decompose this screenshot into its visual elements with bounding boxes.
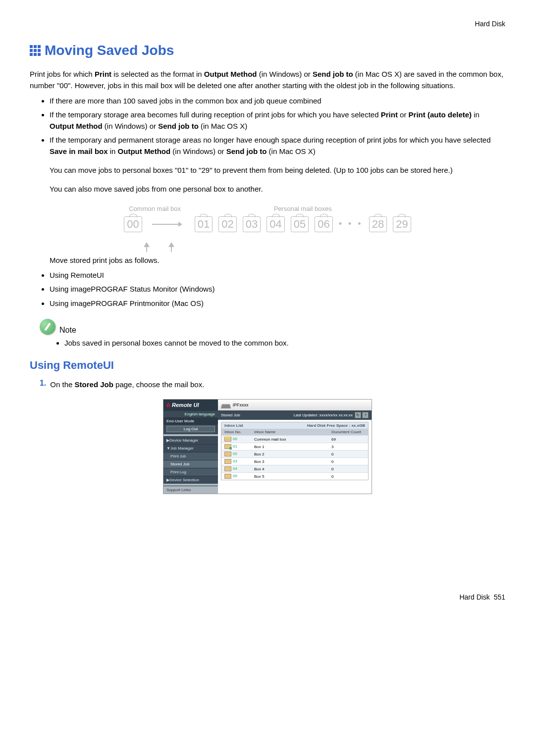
method-3: Using imagePROGRAF Printmonitor (Mac OS) [50, 298, 505, 309]
inbox-number: 00 [233, 437, 237, 441]
inbox-number: 04 [233, 466, 237, 471]
move-intro: Move stored print jobs as follows. [50, 254, 505, 266]
page-title: Moving Saved Jobs [30, 43, 505, 58]
mode-label: End-User Mode [163, 417, 218, 425]
conditions-list: If there are more than 100 saved jobs in… [50, 96, 505, 157]
language-link[interactable]: English language [163, 411, 218, 417]
method-2: Using imagePROGRAF Status Monitor (Windo… [50, 284, 505, 295]
box-00: 00 [124, 216, 142, 232]
condition-3: If the temporary and permanent storage a… [50, 135, 505, 157]
refresh-icon[interactable]: ↻ [355, 412, 361, 418]
box-29: 29 [393, 216, 411, 232]
note-icon [40, 319, 55, 335]
printer-icon [221, 402, 231, 408]
remoteui-main: iPFxxxx Stored Job Last Updated :xxxx/xx… [218, 400, 372, 494]
common-box-label: Common mail box [129, 205, 181, 212]
doc-count: 0 [328, 466, 368, 472]
header-category: Hard Disk [30, 20, 505, 28]
remoteui-logo: ᕕ Remote UI [163, 400, 218, 411]
note-label: Note [59, 326, 76, 335]
inbox-number: 03 [233, 459, 237, 463]
methods-list: Using RemoteUI Using imagePROGRAF Status… [50, 270, 505, 309]
ellipsis: • • • [339, 219, 363, 229]
box-02: 02 [218, 216, 236, 232]
arrow-right-icon [152, 224, 182, 225]
logout-button[interactable]: Log Out [166, 426, 215, 432]
box-01: 01 [195, 216, 213, 232]
box-06: 06 [315, 216, 332, 232]
intro-paragraph: Print jobs for which Print is selected a… [30, 68, 505, 92]
subsection-title: Using RemoteUI [30, 359, 505, 372]
inbox-number: 05 [233, 474, 237, 478]
help-icon[interactable]: ? [362, 412, 369, 418]
box-lock-icon [224, 444, 231, 449]
inbox-name: Box 2 [251, 451, 328, 457]
box-05: 05 [291, 216, 309, 232]
col-inbox-no: Inbox No. [221, 429, 251, 435]
step-1: 1. On the Stored Job page, choose the ma… [40, 379, 505, 394]
box-open-icon [224, 437, 231, 442]
box-icon [224, 452, 231, 456]
nav-stored-job[interactable]: Stored Job [163, 460, 218, 468]
after-text-1: You can move jobs to personal boxes "01"… [50, 164, 505, 176]
method-1: Using RemoteUI [50, 270, 505, 281]
nav-print-log[interactable]: Print Log [163, 468, 218, 476]
page-title-text: Moving Saved Jobs [45, 43, 174, 58]
panel-title: Inbox List [224, 423, 243, 428]
table-row[interactable]: 02Box 20 [221, 450, 368, 457]
bar-updated: Last Updated :xxxx/xx/xx xx:xx:xx [294, 413, 353, 417]
note-text: Jobs saved in personal boxes cannot be m… [64, 338, 505, 349]
box-03: 03 [243, 216, 261, 232]
panel-freespace: Hard Disk Free Space : xx.xGB [307, 423, 365, 428]
grid-icon [30, 45, 41, 56]
inbox-number: 02 [233, 452, 237, 456]
nav-job-manager[interactable]: ▼Job Manager [163, 444, 218, 452]
remoteui-sidebar: ᕕ Remote UI English language End-User Mo… [163, 400, 218, 494]
nav-device-selection[interactable]: ▶Device Selection [163, 476, 218, 484]
inbox-name: Common mail box [251, 436, 328, 443]
col-inbox-name: Inbox Name [251, 429, 328, 435]
col-doc-count: Document Count [328, 429, 368, 435]
box-icon [224, 459, 231, 464]
inbox-name: Box 4 [251, 466, 328, 472]
inbox-name: Box 1 [251, 444, 328, 450]
arrow-up-icon [144, 242, 150, 247]
doc-count: 3 [328, 444, 368, 450]
table-row[interactable]: 01Box 13 [221, 443, 368, 450]
page-footer: Hard Disk 551 [30, 593, 505, 601]
nav-support-links[interactable]: Support Links [163, 486, 218, 494]
box-04: 04 [267, 216, 284, 232]
nav-device-manager[interactable]: ▶Device Manager [163, 436, 218, 444]
table-header: Inbox No. Inbox Name Document Count [221, 429, 368, 435]
mailbox-diagram: Common mail box 00 Personal mail boxes 0… [30, 205, 505, 247]
doc-count: 69 [328, 436, 368, 443]
table-row[interactable]: 00Common mail box69 [221, 435, 368, 443]
nav-print-job[interactable]: Print Job [163, 452, 218, 460]
table-row[interactable]: 04Box 40 [221, 465, 368, 472]
box-28: 28 [369, 216, 387, 232]
arrow-up-icon [168, 242, 174, 247]
inbox-number: 01 [233, 444, 237, 449]
step-number: 1. [40, 379, 46, 394]
doc-count: 0 [328, 458, 368, 465]
box-icon [224, 466, 231, 471]
personal-box-label: Personal mail boxes [274, 205, 332, 212]
condition-1: If there are more than 100 saved jobs in… [50, 96, 505, 107]
condition-2: If the temporary storage area becomes fu… [50, 109, 505, 132]
inbox-name: Box 3 [251, 458, 328, 465]
doc-count: 0 [328, 451, 368, 457]
after-text-2: You can also move saved jobs from one pe… [50, 183, 505, 195]
inbox-name: Box 5 [251, 473, 328, 480]
table-row[interactable]: 03Box 30 [221, 457, 368, 465]
box-icon [224, 474, 231, 479]
table-row[interactable]: 05Box 50 [221, 472, 368, 480]
model-label: iPFxxxx [233, 403, 249, 407]
bar-title: Stored Job [221, 413, 240, 417]
remoteui-screenshot: ᕕ Remote UI English language End-User Mo… [163, 399, 372, 494]
doc-count: 0 [328, 473, 368, 480]
